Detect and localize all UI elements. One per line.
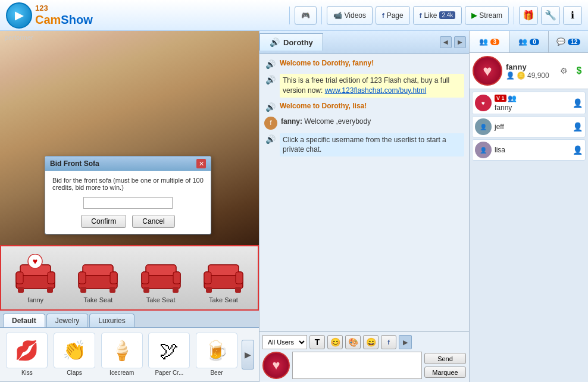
chat-text-input[interactable] xyxy=(292,352,422,379)
msg-2: 🔊 This is a free trial edition of 123 Fl… xyxy=(264,74,464,98)
left-panel: performer Bid Front Sofa ✕ Bid for the f… xyxy=(0,31,259,382)
bold-button[interactable]: T xyxy=(309,335,325,349)
svg-rect-11 xyxy=(110,272,117,284)
main-user-credits: 👤 🪙 49,900 xyxy=(506,71,554,80)
gear-button[interactable]: ⚙ xyxy=(558,65,570,77)
users-list: ♥ V 1 👥 fanny 👤 👤 jeff 👤 xyxy=(470,89,588,382)
main-user-name: fanny xyxy=(506,62,554,71)
nav-sep-1 xyxy=(289,7,290,24)
svg-rect-16 xyxy=(142,272,149,284)
credits-person-icon: 👤 xyxy=(506,71,515,80)
bold-icon: T xyxy=(315,337,320,347)
bid-dialog-close-button[interactable]: ✕ xyxy=(196,159,206,168)
svg-rect-21 xyxy=(208,265,239,275)
seat-1-label: fanny xyxy=(27,296,43,303)
seat-3-label: Take Seat xyxy=(146,296,176,303)
gift-scroll-right-button[interactable]: ▶ xyxy=(242,340,254,370)
svg-text:♥: ♥ xyxy=(33,256,37,266)
right-user-info: ♥ fanny 👤 🪙 49,900 ⚙ $ xyxy=(470,53,588,89)
info-icon: ℹ xyxy=(571,10,574,21)
stream-label: Stream xyxy=(479,11,502,20)
stream-button[interactable]: ▶ Stream xyxy=(465,6,509,25)
seat-3[interactable]: Take Seat xyxy=(137,253,184,303)
chat-tab-name: Dorothy xyxy=(283,38,313,47)
fb-share-button[interactable]: f xyxy=(381,335,396,349)
gift-tab-jewelry[interactable]: Jewelry xyxy=(46,314,89,327)
page-label: Page xyxy=(387,11,404,20)
gift-icecream[interactable]: 🍦 Icecream xyxy=(99,333,144,376)
gift-claps[interactable]: 👏 Claps xyxy=(52,333,97,376)
header-nav: 🎮 📹 Videos f Page f Like 2.4k ▶ Stream 🎁… xyxy=(287,6,582,25)
right-tab-viewers[interactable]: 👥 3 xyxy=(470,31,509,52)
user-row-fanny[interactable]: ♥ V 1 👥 fanny 👤 xyxy=(472,92,586,114)
sticker-icon: 😄 xyxy=(366,337,376,347)
like-button[interactable]: f Like 2.4k xyxy=(413,6,462,25)
sticker-button[interactable]: 😄 xyxy=(363,335,379,349)
right-tab-messages[interactable]: 💬 12 xyxy=(549,31,588,52)
fans-icon: 👥 xyxy=(518,37,527,46)
chat-tab-dorothy[interactable]: 🔊 Dorothy xyxy=(259,33,323,51)
page-button[interactable]: f Page xyxy=(376,6,410,25)
gift-tab-default[interactable]: Default xyxy=(3,314,45,327)
gift-tabs: Default Jewelry Luxuries xyxy=(0,311,259,327)
gift-icecream-label: Icecream xyxy=(110,370,134,376)
fb-icon: f xyxy=(382,12,384,19)
videos-button[interactable]: 📹 Videos xyxy=(327,6,373,25)
dollar-button[interactable]: $ xyxy=(573,65,585,77)
bid-confirm-button[interactable]: Confirm xyxy=(81,215,126,228)
gift-paper-crane-icon: 🕊 xyxy=(148,333,190,368)
chat-input-area: All Users T 😊 🎨 😄 f ▶ xyxy=(259,331,469,382)
viewers-count: 3 xyxy=(490,39,500,45)
nav-sep-3 xyxy=(514,7,514,24)
bid-cancel-button[interactable]: Cancel xyxy=(132,215,174,228)
videos-label: Videos xyxy=(345,11,366,20)
user-jeff-avatar: 👤 xyxy=(475,118,492,135)
chat-input-row: ♥ Send Marquee xyxy=(262,352,466,379)
user-row-jeff[interactable]: 👤 jeff 👤 xyxy=(472,116,586,137)
gift-kiss[interactable]: 💋 Kiss xyxy=(5,333,49,376)
gift-button[interactable]: 🎁 xyxy=(519,6,538,25)
gift-beer-label: Beer xyxy=(210,370,223,376)
svg-rect-15 xyxy=(146,265,176,275)
bid-amount-input[interactable] xyxy=(83,197,173,209)
chat-marquee-button[interactable]: Marquee xyxy=(424,367,466,378)
svg-rect-5 xyxy=(47,287,53,293)
info-button[interactable]: ℹ xyxy=(563,6,582,25)
right-panel: 👥 3 👥 0 💬 12 ♥ fanny 👤 🪙 49,900 xyxy=(469,31,588,382)
svg-rect-9 xyxy=(83,265,113,275)
msg-3-text: Welcome to Dorothy, lisa! xyxy=(280,101,367,111)
bid-dialog: Bid Front Sofa ✕ Bid for the front sofa … xyxy=(45,156,211,234)
svg-rect-18 xyxy=(143,287,149,293)
chat-send-button[interactable]: Send xyxy=(424,353,466,364)
gift-beer[interactable]: 🍺 Beer xyxy=(195,333,239,376)
jeff-user-icon: 👤 xyxy=(573,122,583,131)
gift-paper-crane[interactable]: 🕊 Paper Cr... xyxy=(147,333,192,376)
bid-buttons: Confirm Cancel xyxy=(52,215,204,228)
right-tab-fans[interactable]: 👥 0 xyxy=(509,31,549,52)
users-select[interactable]: All Users xyxy=(262,335,307,349)
seat-2[interactable]: Take Seat xyxy=(74,253,122,303)
video-area: performer Bid Front Sofa ✕ Bid for the f… xyxy=(0,31,259,245)
main: performer Bid Front Sofa ✕ Bid for the f… xyxy=(0,31,588,382)
trial-link[interactable]: www.123flashchat.com/buy.html xyxy=(325,86,427,95)
chat-nav-prev-button[interactable]: ◀ xyxy=(440,36,452,48)
emoji-button[interactable]: 😊 xyxy=(327,335,343,349)
settings-button[interactable]: 🔧 xyxy=(541,6,560,25)
gift-paper-crane-label: Paper Cr... xyxy=(155,370,183,376)
gamepad-button[interactable]: 🎮 xyxy=(295,6,317,25)
gift-kiss-icon: 💋 xyxy=(6,333,48,368)
msg-4-avatar: f xyxy=(264,117,277,130)
logo-icon: ▶ xyxy=(6,2,32,29)
settings-icon: 🔧 xyxy=(545,10,556,21)
msg-5-text: Click a specific username from the userl… xyxy=(280,133,464,157)
seat-1[interactable]: ♥ fanny xyxy=(12,253,60,303)
credits-coin-icon: 🪙 xyxy=(517,71,526,80)
chat-more-button[interactable]: ▶ xyxy=(399,335,412,349)
bid-dialog-body: Bid for the front sofa (must be one or m… xyxy=(45,171,211,234)
user-row-lisa[interactable]: 👤 lisa 👤 xyxy=(472,139,586,161)
seat-4[interactable]: Take Seat xyxy=(199,253,247,303)
chat-nav-next-button[interactable]: ▶ xyxy=(454,36,466,48)
logo-text: 123 Cam Show xyxy=(35,4,93,26)
gift-tab-luxuries[interactable]: Luxuries xyxy=(89,314,134,327)
color-button[interactable]: 🎨 xyxy=(345,335,361,349)
